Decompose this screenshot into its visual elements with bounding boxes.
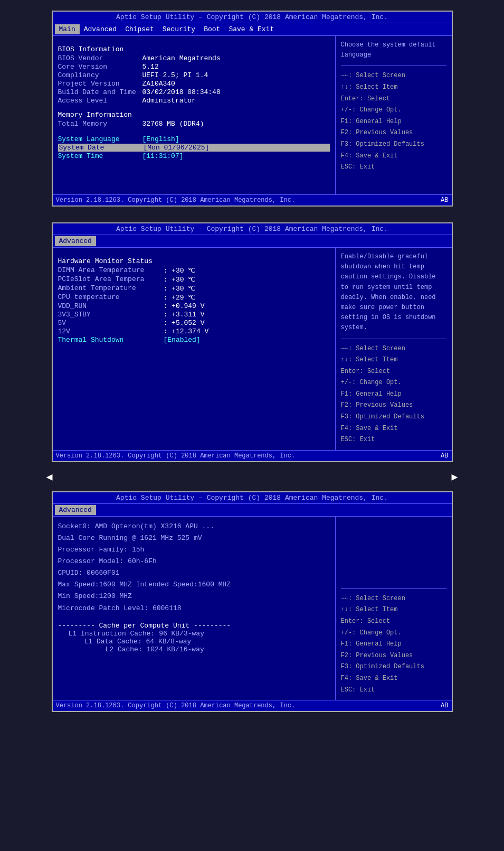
pcie-temp-val: : +30 ℃ [164, 275, 196, 284]
compliancy-key: Compliancy [58, 71, 142, 79]
left-panel-1: BIOS Information BIOS Vendor American Me… [53, 36, 336, 194]
project-version-row: Project Version ZA10A340 [58, 80, 330, 88]
footer-3: Version 2.18.1263. Copyright (C) 2018 Am… [53, 700, 452, 711]
help3-item-9: ESC: Exit [341, 685, 446, 696]
footer-ab-1: AB [441, 197, 448, 204]
help3-item-7: F3: Optimized Defaults [341, 661, 446, 673]
memory-section-title: Memory Information [58, 111, 330, 119]
vdd-run-key: VDD_RUN [58, 302, 164, 310]
right-arrow-icon[interactable]: ▶ [451, 470, 458, 483]
cpu-line-5: CPUID: 00660F01 [58, 567, 330, 579]
title-text-2: Aptio Setup Utility – Copyright (C) 2018… [116, 225, 388, 233]
3v3-stby-val: : +3.311 V [164, 311, 205, 319]
total-memory-row: Total Memory 32768 MB (DDR4) [58, 120, 330, 128]
system-language-row[interactable]: System Language [English] [58, 135, 330, 143]
help2-item-5: F1: General Help [341, 389, 446, 400]
right-desc-1: Choose the system default language [341, 40, 446, 60]
ambient-temp-key: Ambient Temperature [58, 284, 164, 293]
cpu-temp-row: CPU temperature : +29 ℃ [58, 293, 330, 302]
help3-item-2: ↑↓: Select Item [341, 604, 446, 616]
menu-save-exit[interactable]: Save & Exit [224, 24, 278, 34]
help2-item-7: F3: Optimized Defaults [341, 412, 446, 423]
thermal-shutdown-key: Thermal Shutdown [58, 336, 164, 344]
help3-item-1: →←: Select Screen [341, 593, 446, 605]
total-memory-val: 32768 MB (DDR4) [142, 120, 204, 128]
help2-item-4: +/-: Change Opt. [341, 377, 446, 389]
ambient-temp-val: : +30 ℃ [164, 284, 196, 293]
core-version-row: Core Version 5.12 [58, 63, 330, 71]
access-level-key: Access Level [58, 97, 142, 105]
footer-1: Version 2.18.1263. Copyright (C) 2018 Am… [53, 194, 452, 205]
build-date-val: 03/02/2018 08:34:48 [142, 88, 221, 96]
bios-screen-3: Aptio Setup Utility – Copyright (C) 2018… [52, 491, 453, 712]
system-time-key: System Time [58, 152, 142, 160]
help3-item-4: +/-: Change Opt. [341, 628, 446, 639]
menu-advanced-3[interactable]: Advanced [55, 505, 96, 515]
system-language-val: [English] [142, 135, 179, 143]
menu-bar-2: Advanced [53, 235, 452, 248]
help3-item-8: F4: Save & Exit [341, 673, 446, 685]
system-language-key: System Language [58, 135, 142, 143]
help-item-3: Enter: Select [341, 93, 446, 105]
l1-data-cache: L1 Data Cache: 64 KB/8-way [58, 638, 330, 646]
bios-section-title: BIOS Information [58, 45, 330, 53]
cpu-line-4: Processor Model: 60h-6Fh [58, 556, 330, 567]
dimm-temp-row: DIMM Area Temperature : +30 ℃ [58, 266, 330, 275]
pcie-temp-row: PCIeSlot Area Tempera : +30 ℃ [58, 275, 330, 284]
help2-item-8: F4: Save & Exit [341, 423, 446, 435]
menu-bar-3: Advanced [53, 504, 452, 517]
footer-text-3: Version 2.18.1263. Copyright (C) 2018 Am… [56, 702, 296, 709]
footer-ab-3: AB [441, 702, 448, 709]
bios-screen-1: Aptio Setup Utility – Copyright (C) 2018… [52, 11, 453, 207]
right-panel-2: Enable/Disable graceful shutdown when hi… [336, 248, 452, 450]
left-arrow-icon[interactable]: ◀ [46, 470, 53, 483]
build-date-row: Build Date and Time 03/02/2018 08:34:48 [58, 88, 330, 96]
5v-val: : +5.052 V [164, 319, 205, 327]
system-date-key: System Date [59, 144, 144, 152]
cpu-line-3: Processor Family: 15h [58, 544, 330, 556]
help-item-9: ESC: Exit [341, 162, 446, 173]
right-panel-3: →←: Select Screen ↑↓: Select Item Enter:… [336, 517, 452, 700]
right-panel-1: Choose the system default language →←: S… [336, 36, 452, 194]
footer-text-1: Version 2.18.1263. Copyright (C) 2018 Am… [56, 197, 296, 204]
12v-key: 12V [58, 328, 164, 335]
bios-vendor-key: BIOS Vendor [58, 54, 142, 62]
system-time-val: [11:31:07] [142, 152, 184, 160]
project-version-key: Project Version [58, 80, 142, 88]
bios-vendor-row: BIOS Vendor American Megatrends [58, 54, 330, 62]
help-item-4: +/-: Change Opt. [341, 105, 446, 116]
menu-bar-1: Main Advanced Chipset Security Boot Save… [53, 23, 452, 36]
help-item-6: F2: Previous Values [341, 127, 446, 139]
menu-main[interactable]: Main [55, 24, 80, 34]
access-level-val: Administrator [142, 97, 196, 105]
menu-advanced[interactable]: Advanced [80, 24, 121, 34]
5v-row: 5V : +5.052 V [58, 319, 330, 327]
build-date-key: Build Date and Time [58, 88, 142, 96]
system-date-row[interactable]: System Date [Mon 01/06/2025] [58, 144, 330, 152]
access-level-row: Access Level Administrator [58, 97, 330, 105]
cpu-line-2: Dual Core Running @ 1621 MHz 525 mV [58, 532, 330, 544]
right-help-1: →←: Select Screen ↑↓: Select Item Enter:… [341, 70, 446, 173]
footer-ab-2: AB [441, 452, 448, 460]
footer-text-2: Version 2.18.1263. Copyright (C) 2018 Am… [56, 452, 296, 460]
menu-chipset[interactable]: Chipset [121, 24, 158, 34]
menu-advanced-2[interactable]: Advanced [55, 236, 96, 246]
5v-key: 5V [58, 319, 164, 327]
help3-item-3: Enter: Select [341, 616, 446, 628]
compliancy-row: Compliancy UEFI 2.5; PI 1.4 [58, 71, 330, 79]
bios-screen-2: Aptio Setup Utility – Copyright (C) 2018… [52, 222, 453, 462]
menu-security[interactable]: Security [158, 24, 199, 34]
help-item-8: F4: Save & Exit [341, 151, 446, 162]
footer-2: Version 2.18.1263. Copyright (C) 2018 Am… [53, 450, 452, 461]
help-item-7: F3: Optimized Defaults [341, 139, 446, 151]
menu-boot[interactable]: Boot [199, 24, 224, 34]
thermal-shutdown-row[interactable]: Thermal Shutdown [Enabled] [58, 336, 330, 344]
system-time-row[interactable]: System Time [11:31:07] [58, 152, 330, 160]
cpu-line-1: Socket0: AMD Opteron(tm) X3216 APU ... [58, 521, 330, 532]
help-item-1: →←: Select Screen [341, 70, 446, 82]
title-bar-3: Aptio Setup Utility – Copyright (C) 2018… [53, 492, 452, 504]
vdd-run-row: VDD_RUN : +0.949 V [58, 302, 330, 310]
right-help-3: →←: Select Screen ↑↓: Select Item Enter:… [341, 593, 446, 696]
help2-item-2: ↑↓: Select Item [341, 354, 446, 366]
help2-item-9: ESC: Exit [341, 434, 446, 446]
